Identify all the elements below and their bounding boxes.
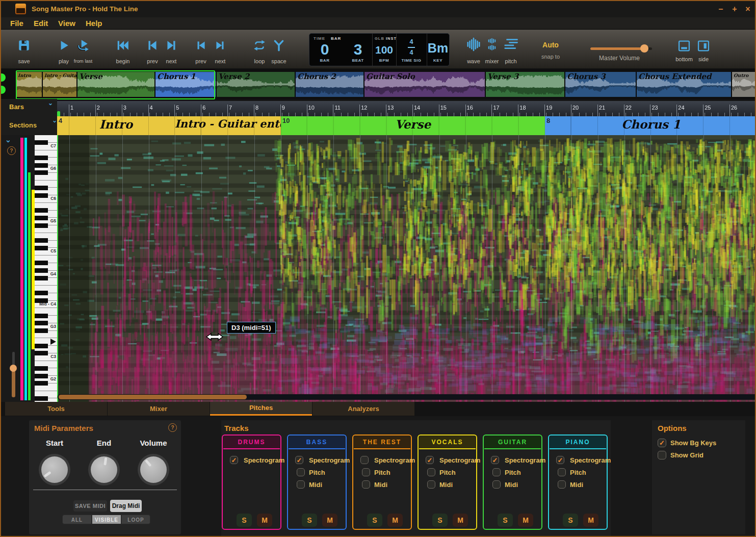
- overview-section-chorus-2[interactable]: Chorus 2: [296, 72, 364, 97]
- selection-handle-bottom[interactable]: [0, 86, 6, 94]
- checkbox-the-rest-spectrogram[interactable]: [360, 456, 369, 464]
- tab-pitches[interactable]: Pitches: [210, 402, 312, 416]
- mute-button[interactable]: M: [257, 514, 272, 527]
- overview-section-verse-3[interactable]: Verse 3: [486, 72, 565, 97]
- checkbox-guitar-pitch[interactable]: [492, 468, 501, 476]
- overview-section-verse-2[interactable]: Verse 2: [217, 72, 296, 97]
- snap-mode-value[interactable]: Auto: [535, 41, 566, 49]
- solo-button[interactable]: S: [237, 514, 252, 527]
- checkbox-drums-spectrogram[interactable]: ✓: [230, 456, 238, 464]
- spectrogram-canvas[interactable]: [58, 135, 756, 402]
- piano-keyboard[interactable]: C7G6C6G5C5G4Mid - C4G3C3G2C2: [35, 135, 57, 402]
- overview-section-chorus-3[interactable]: Chorus 3: [565, 72, 637, 97]
- piano-key-gsharp3[interactable]: [35, 321, 48, 325]
- timeline-section-verse[interactable]: 10Verse: [281, 116, 545, 135]
- minimize-button[interactable]: –: [716, 5, 725, 14]
- selection-handle-top[interactable]: [0, 73, 6, 82]
- checkbox-vocals-midi[interactable]: [427, 480, 435, 489]
- bars-collapse-chevron-icon[interactable]: ⌄: [48, 99, 53, 107]
- piano-key-gsharp6[interactable]: [35, 163, 48, 168]
- piano-key-asharp3[interactable]: [35, 314, 48, 318]
- time-tab[interactable]: TIME: [314, 36, 325, 41]
- piano-key-dsharp6[interactable]: [35, 186, 48, 190]
- piano-key-asharp4[interactable]: [35, 261, 48, 265]
- piano-key-asharp6[interactable]: [35, 156, 48, 160]
- drag-midi-button[interactable]: Drag Midi: [110, 500, 142, 512]
- checkbox-vocals-spectrogram[interactable]: ✓: [426, 456, 434, 464]
- inst-tab[interactable]: INST: [386, 36, 397, 41]
- bar-tab[interactable]: BAR: [331, 36, 341, 41]
- checkbox-piano-spectrogram[interactable]: ✓: [556, 456, 564, 464]
- piano-key-csharp6[interactable]: [35, 193, 48, 198]
- solo-button[interactable]: S: [302, 514, 317, 527]
- timeline-section-intro[interactable]: 4Intro: [57, 116, 175, 135]
- tab-mixer[interactable]: Mixer: [108, 402, 210, 416]
- checkbox-show-grid[interactable]: [658, 451, 666, 459]
- mute-button[interactable]: M: [518, 514, 533, 527]
- range-toggle-all[interactable]: ALL: [62, 515, 92, 524]
- help-icon[interactable]: ?: [7, 146, 16, 155]
- start-knob[interactable]: [39, 454, 70, 485]
- piano-key-gsharp5[interactable]: [35, 216, 48, 220]
- overview-section-guitar-solo[interactable]: Guitar Solo: [364, 72, 486, 97]
- solo-button[interactable]: S: [563, 514, 578, 527]
- piano-key-dsharp5[interactable]: [35, 238, 48, 243]
- piano-key-gsharp2[interactable]: [35, 374, 48, 378]
- piano-key-dsharp4[interactable]: [35, 291, 48, 295]
- save-midi-button[interactable]: SAVE MIDI: [73, 500, 107, 512]
- master-volume-handle[interactable]: [640, 44, 648, 53]
- checkbox-bass-spectrogram[interactable]: ✓: [295, 456, 303, 464]
- checkbox-show-bg-keys[interactable]: ✓: [658, 439, 666, 447]
- piano-key-dsharp2[interactable]: [35, 396, 48, 401]
- checkbox-bass-midi[interactable]: [297, 480, 305, 489]
- checkbox-piano-pitch[interactable]: [558, 468, 566, 476]
- checkbox-the-rest-midi[interactable]: [362, 480, 370, 489]
- overview-section-chorus-extended[interactable]: Chorus Extended: [637, 72, 732, 97]
- horizontal-scrollbar-thumb[interactable]: [59, 395, 247, 399]
- piano-key-fsharp6[interactable]: [35, 170, 48, 175]
- tab-tools[interactable]: Tools: [5, 402, 107, 416]
- timeline-section-intro-guitar-enters[interactable]: Intro - Guitar enters: [175, 116, 281, 135]
- mute-button[interactable]: M: [453, 514, 468, 527]
- overview-selection[interactable]: [16, 70, 215, 99]
- range-toggle-visible[interactable]: VISIBLE: [92, 515, 121, 524]
- piano-key-csharp5[interactable]: [35, 246, 48, 250]
- piano-key-dsharp3[interactable]: [35, 344, 48, 348]
- piano-key-csharp7[interactable]: [35, 140, 48, 145]
- maximize-button[interactable]: +: [730, 5, 739, 14]
- volume-knob[interactable]: [138, 454, 169, 485]
- piano-key-fsharp5[interactable]: [35, 223, 48, 228]
- mute-button[interactable]: M: [387, 514, 403, 527]
- close-button[interactable]: ×: [743, 5, 752, 14]
- piano-key-fsharp4[interactable]: [35, 276, 48, 280]
- mute-button[interactable]: M: [322, 514, 337, 527]
- checkbox-bass-pitch[interactable]: [297, 468, 305, 476]
- solo-button[interactable]: S: [367, 514, 382, 527]
- solo-button[interactable]: S: [498, 514, 513, 527]
- menu-file[interactable]: File: [10, 19, 23, 28]
- mute-button[interactable]: M: [583, 514, 598, 527]
- solo-button[interactable]: S: [432, 514, 448, 527]
- overview-section-outro[interactable]: Outro: [732, 72, 756, 97]
- checkbox-guitar-spectrogram[interactable]: ✓: [491, 456, 499, 464]
- end-knob[interactable]: [88, 454, 120, 485]
- bar-ruler[interactable]: 1234567891011121314151617181920212223242…: [57, 101, 756, 116]
- piano-key-asharp2[interactable]: [35, 366, 48, 371]
- checkbox-the-rest-pitch[interactable]: [362, 468, 370, 476]
- panel-collapse-chevron-icon[interactable]: ⌄: [5, 136, 11, 144]
- checkbox-guitar-midi[interactable]: [492, 480, 501, 489]
- timeline-section-chorus-1[interactable]: 8Chorus 1: [545, 116, 756, 135]
- midi-help-icon[interactable]: ?: [168, 423, 177, 432]
- piano-key-asharp5[interactable]: [35, 208, 48, 213]
- piano-key-csharp3[interactable]: [35, 351, 48, 355]
- range-toggle-loop[interactable]: LOOP: [121, 515, 150, 524]
- checkbox-piano-midi[interactable]: [558, 480, 566, 489]
- sections-collapse-chevron-icon[interactable]: ⌄: [52, 117, 57, 124]
- zoom-slider-handle[interactable]: [10, 365, 17, 372]
- checkbox-vocals-pitch[interactable]: [427, 468, 435, 476]
- glb-tab[interactable]: GLB: [375, 36, 384, 41]
- piano-key-csharp4[interactable]: [35, 298, 48, 303]
- tab-analyzers[interactable]: Analyzers: [312, 402, 414, 416]
- menu-help[interactable]: Help: [86, 19, 102, 28]
- menu-view[interactable]: View: [58, 19, 75, 28]
